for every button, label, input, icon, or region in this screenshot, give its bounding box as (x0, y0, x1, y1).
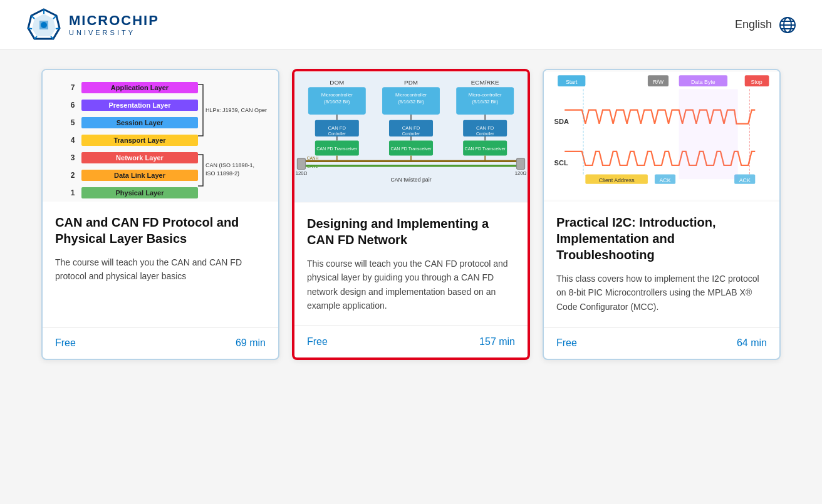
svg-text:120Ω: 120Ω (296, 170, 308, 176)
svg-text:SCL: SCL (554, 159, 568, 167)
logo-microchip: MICROCHIP (69, 13, 159, 28)
svg-text:CAN FD: CAN FD (476, 125, 494, 131)
svg-text:(8/16/32 Bit): (8/16/32 Bit) (472, 99, 498, 105)
logo-text: MICROCHIP UNIVERSITY (69, 13, 159, 36)
card-2-desc: This course will teach you the CAN FD pr… (307, 257, 515, 313)
svg-text:R/W: R/W (653, 79, 664, 85)
i2c-svg: Start R/W Data Byte Stop SDA SCL Cli (544, 70, 779, 202)
svg-text:Controller: Controller (476, 131, 494, 136)
svg-text:CAN FD: CAN FD (328, 125, 346, 131)
svg-rect-82 (679, 89, 738, 179)
svg-text:(8/16/32 Bit): (8/16/32 Bit) (398, 99, 424, 105)
card-2-footer: Free 157 min (294, 326, 528, 357)
card-1-body: CAN and CAN FD Protocol and Physical Lay… (43, 202, 278, 321)
svg-text:Stop: Stop (751, 79, 762, 85)
main-content: 7 Application Layer 6 Presentation Layer… (0, 50, 822, 379)
logo-university: UNIVERSITY (69, 29, 159, 36)
svg-line-4 (56, 28, 60, 29)
card-2-image: DOM PDM ECM/RKE Microcontroller (8/16/32… (294, 71, 528, 203)
svg-text:Controller: Controller (402, 131, 420, 136)
svg-text:CAN FD Transceiver: CAN FD Transceiver (465, 147, 506, 152)
card-3-desc: This class covers how to implement the I… (556, 272, 767, 314)
svg-rect-57 (516, 158, 524, 170)
svg-text:Controller: Controller (328, 131, 346, 136)
svg-text:120Ω: 120Ω (515, 170, 527, 176)
svg-text:Micro-controller: Micro-controller (469, 92, 502, 98)
svg-rect-55 (297, 158, 305, 170)
header: MICROCHIP UNIVERSITY English (0, 0, 822, 50)
card-1-free: Free (55, 337, 76, 349)
svg-text:Client Address: Client Address (599, 177, 635, 183)
svg-text:CAN FD: CAN FD (402, 125, 420, 131)
card-1-duration: 69 min (236, 337, 266, 349)
card-2-title: Designing and Implementing a CAN FD Netw… (307, 215, 515, 248)
svg-text:PDM: PDM (404, 79, 418, 86)
svg-line-7 (28, 28, 32, 29)
svg-text:DOM: DOM (330, 79, 344, 86)
card-1-footer: Free 69 min (43, 327, 278, 359)
card-3-body: Practical I2C: Introduction, Implementat… (544, 202, 779, 321)
svg-text:Microcontroller: Microcontroller (321, 92, 353, 98)
card-2-body: Designing and Implementing a CAN FD Netw… (294, 203, 528, 319)
card-3-free: Free (556, 337, 577, 349)
card-1-title: CAN and CAN FD Protocol and Physical Lay… (55, 214, 266, 247)
globe-icon[interactable] (778, 16, 797, 34)
card-i2c[interactable]: Start R/W Data Byte Stop SDA SCL Cli (543, 69, 781, 360)
svg-text:(8/16/32 Bit): (8/16/32 Bit) (324, 99, 350, 105)
can-fd-svg: DOM PDM ECM/RKE Microcontroller (8/16/32… (294, 71, 528, 203)
card-can-basics[interactable]: 7 Application Layer 6 Presentation Layer… (41, 69, 279, 360)
logo-icon (25, 6, 63, 44)
svg-text:ISO 11898-2): ISO 11898-2) (205, 170, 239, 177)
svg-text:CAN twisted pair: CAN twisted pair (390, 177, 431, 183)
svg-text:Start: Start (566, 79, 578, 85)
svg-text:CAN FD Transceiver: CAN FD Transceiver (390, 147, 432, 152)
card-2-free: Free (307, 336, 328, 347)
svg-text:ACK: ACK (659, 177, 670, 183)
card-3-title: Practical I2C: Introduction, Implementat… (556, 214, 767, 263)
card-can-fd-network[interactable]: DOM PDM ECM/RKE Microcontroller (8/16/32… (292, 69, 530, 360)
card-3-duration: 64 min (737, 337, 767, 349)
card-1-image: 7 Application Layer 6 Presentation Layer… (43, 70, 278, 202)
svg-text:ACK: ACK (739, 177, 751, 183)
card-3-footer: Free 64 min (544, 327, 779, 359)
svg-text:Microcontroller: Microcontroller (395, 92, 427, 98)
osi-annotations-svg: HLPs: J1939, CAN Open, etc CAN (ISO 1189… (54, 73, 267, 198)
card-3-image: Start R/W Data Byte Stop SDA SCL Cli (544, 70, 779, 202)
card-1-desc: The course will teach you the CAN and CA… (55, 255, 266, 284)
card-2-duration: 157 min (479, 336, 515, 347)
svg-text:CAN FD Transceiver: CAN FD Transceiver (316, 147, 358, 152)
svg-text:ECM/RKE: ECM/RKE (471, 79, 499, 86)
svg-text:CAN (ISO 11898-1,: CAN (ISO 11898-1, (205, 162, 254, 168)
svg-point-10 (41, 22, 47, 28)
svg-text:Data Byte: Data Byte (691, 79, 715, 85)
svg-text:CANL: CANL (307, 164, 318, 168)
svg-text:SDA: SDA (554, 118, 569, 125)
svg-text:CANH: CANH (307, 156, 319, 160)
header-right[interactable]: English (735, 16, 797, 34)
logo-area: MICROCHIP UNIVERSITY (25, 6, 159, 44)
language-label[interactable]: English (735, 18, 772, 31)
svg-text:HLPs: J1939, CAN Open, etc: HLPs: J1939, CAN Open, etc (205, 107, 267, 113)
